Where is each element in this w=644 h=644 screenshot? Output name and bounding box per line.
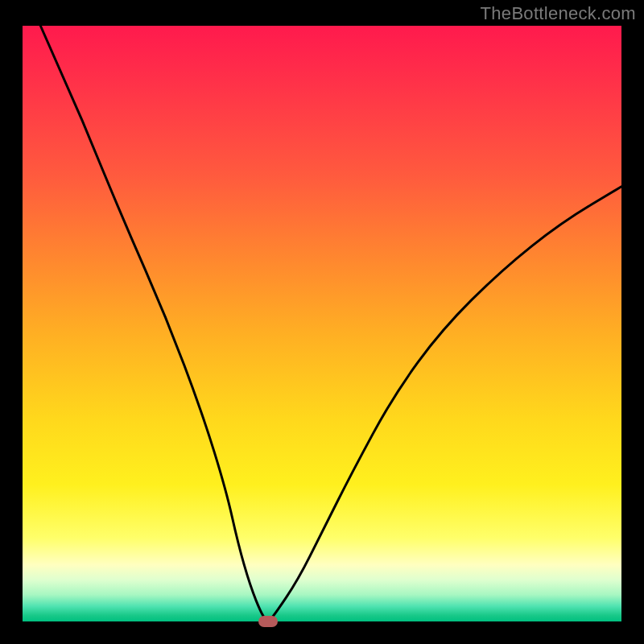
plot-area: [23, 26, 621, 621]
chart-frame: TheBottleneck.com: [0, 0, 644, 644]
optimum-marker: [258, 616, 278, 627]
watermark-text: TheBottleneck.com: [481, 3, 636, 24]
